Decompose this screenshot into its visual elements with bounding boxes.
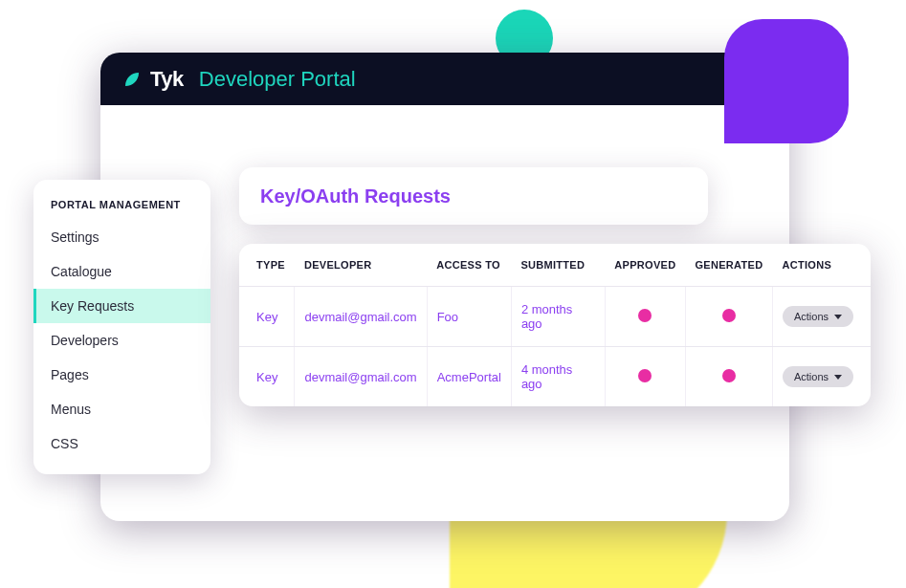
col-access-to: ACCESS TO — [427, 244, 511, 287]
requests-table-card: TYPE DEVELOPER ACCESS TO SUBMITTED APPRO… — [239, 244, 871, 406]
cell-access-to: Foo — [427, 287, 511, 347]
cell-access-to: AcmePortal — [427, 347, 511, 407]
table-header-row: TYPE DEVELOPER ACCESS TO SUBMITTED APPRO… — [239, 244, 871, 287]
actions-button-label: Actions — [794, 311, 829, 322]
status-dot-icon — [638, 369, 652, 382]
sidebar-item-pages[interactable]: Pages — [33, 358, 210, 392]
page-title-card: Key/OAuth Requests — [239, 167, 708, 225]
sidebar-section-title: PORTAL MANAGEMENT — [33, 199, 210, 220]
cell-generated — [685, 347, 772, 407]
col-actions: ACTIONS — [772, 244, 871, 287]
chevron-down-icon — [834, 315, 842, 319]
actions-button[interactable]: Actions — [783, 306, 853, 327]
chevron-down-icon — [834, 375, 842, 380]
sidebar-item-menus[interactable]: Menus — [33, 392, 210, 426]
col-approved: APPROVED — [605, 244, 685, 287]
cell-type: Key — [239, 287, 295, 347]
col-generated: GENERATED — [685, 244, 772, 287]
cell-actions: Actions — [772, 287, 871, 347]
table-row: Key devmail@gmail.com Foo 2 months ago A… — [239, 287, 871, 347]
cell-developer: devmail@gmail.com — [295, 287, 427, 347]
app-header: Tyk Developer Portal — [100, 53, 789, 105]
cell-approved — [605, 287, 685, 347]
requests-table: TYPE DEVELOPER ACCESS TO SUBMITTED APPRO… — [239, 244, 871, 406]
actions-button[interactable]: Actions — [783, 366, 853, 387]
table-row: Key devmail@gmail.com AcmePortal 4 month… — [239, 347, 871, 407]
actions-button-label: Actions — [794, 371, 829, 382]
logo-text: Tyk — [150, 67, 184, 92]
status-dot-icon — [638, 309, 652, 322]
sidebar: PORTAL MANAGEMENT Settings Catalogue Key… — [33, 180, 210, 474]
status-dot-icon — [722, 369, 736, 382]
sidebar-item-developers[interactable]: Developers — [33, 323, 210, 358]
cell-submitted: 2 months ago — [511, 287, 605, 347]
logo-leaf-icon — [123, 71, 141, 88]
col-submitted: SUBMITTED — [511, 244, 605, 287]
status-dot-icon — [722, 309, 736, 322]
col-developer: DEVELOPER — [295, 244, 427, 287]
col-type: TYPE — [239, 244, 295, 287]
cell-generated — [685, 287, 772, 347]
cell-developer: devmail@gmail.com — [295, 347, 427, 407]
page-title: Key/OAuth Requests — [260, 185, 451, 207]
decorative-purple-blob — [724, 19, 849, 143]
cell-submitted: 4 months ago — [511, 347, 605, 407]
logo-subtitle: Developer Portal — [199, 67, 356, 92]
sidebar-item-key-requests[interactable]: Key Requests — [33, 289, 210, 323]
sidebar-item-settings[interactable]: Settings — [33, 220, 210, 254]
cell-actions: Actions — [772, 347, 871, 407]
sidebar-item-catalogue[interactable]: Catalogue — [33, 254, 210, 289]
logo: Tyk Developer Portal — [123, 67, 356, 92]
cell-type: Key — [239, 347, 295, 407]
cell-approved — [605, 347, 685, 407]
sidebar-item-css[interactable]: CSS — [33, 426, 210, 461]
